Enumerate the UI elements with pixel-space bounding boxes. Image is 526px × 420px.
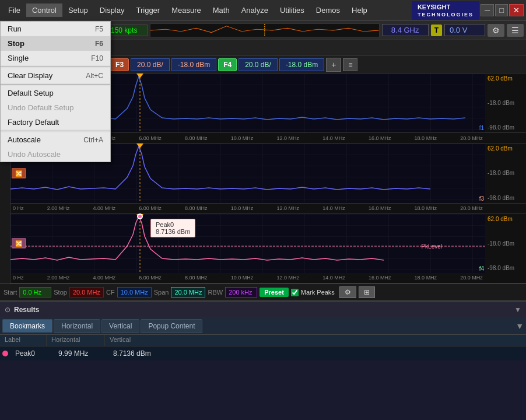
chart1-top-label: 62.0 dBm [488,75,524,82]
maximize-button[interactable]: □ [495,4,508,16]
run-item-label: Run [8,24,22,33]
menu-file[interactable]: File [2,4,26,17]
popup-content-tab[interactable]: Popup Content [141,319,202,333]
menu-setup[interactable]: Setup [62,4,94,17]
menu-run-item[interactable]: Run F5 [1,22,110,36]
x2-7: 14.0 MHz [322,205,345,211]
chart3-top-label: 62.0 dBm [488,216,524,222]
add-channel-button[interactable]: + [326,58,341,72]
x2-10: 20.0 MHz [460,205,483,211]
chart3-svg [10,214,485,273]
rbw-field[interactable]: 200 kHz [225,287,257,298]
chart3-fn: f4 [479,265,484,272]
bookmarks-bar: Bookmarks Horizontal Vertical Popup Cont… [0,317,526,335]
peak-dot [137,214,143,219]
chart2-mid-label: -18.0 dBm [488,170,524,176]
x2-right-spacer [485,204,526,214]
menu-measure[interactable]: Measure [166,4,207,17]
trigger-button[interactable]: T [431,24,442,36]
span-field[interactable]: 20.0 MHz [171,287,205,298]
menu-display[interactable]: Display [94,4,131,17]
menu-demos[interactable]: Demos [310,4,346,17]
memory-field: 150 kpts [107,24,148,36]
bookmarks-arrow[interactable]: ▼ [516,321,524,331]
f3-button[interactable]: F3 [110,58,129,71]
x1-3: 6.00 MHz [139,135,162,141]
menu-icon[interactable]: ☰ [507,24,524,37]
menu-autoscale-item[interactable]: Autoscale Ctrl+A [1,132,110,147]
minimize-button[interactable]: ─ [481,4,494,16]
preset-button[interactable]: Preset [260,288,289,297]
x2-4: 8.00 MHz [185,205,208,211]
menu-single-item[interactable]: Single F10 [1,51,110,65]
chart2-marker [136,144,143,148]
menu-help[interactable]: Help [346,4,373,17]
control-dropdown: Run F5 Stop F6 Single F10 Clear Display … [0,21,111,162]
menu-stop-item[interactable]: Stop F6 [1,36,110,51]
chart1-bot-label: -98.0 dBm [488,124,524,131]
close-button[interactable]: ✕ [509,4,524,16]
chart1-mid-label: -18.0 dBm [488,100,524,106]
x3-0: 0 Hz [13,275,24,281]
dropdown-menu: Run F5 Stop F6 Single F10 Clear Display … [0,21,111,162]
chart2-fn: f3 [479,195,484,202]
factory-default-label: Factory Default [8,118,59,127]
x2-2: 4.00 MHz [93,205,115,211]
menu-clear-item[interactable]: Clear Display Alt+C [1,68,110,83]
menu-undo-autoscale-item[interactable]: Undo Autoscale [1,147,110,162]
toolbar-icons: ⚙ ☰ [488,24,524,37]
x3-5: 10.0 MHz [231,275,254,281]
peak-tooltip: Peak0 8.7136 dBm [150,219,195,237]
chart3-bot-label: -98.0 dBm [488,265,524,271]
chart2-right-labels: 62.0 dBm -18.0 dBm -98.0 dBm [485,144,526,202]
x3-6: 12.0 MHz [276,275,299,281]
dd-sep3 [1,131,110,131]
svg-rect-5 [10,214,485,273]
gear-button[interactable]: ⚙ [339,286,356,298]
autoscale-key: Ctrl+A [83,136,103,144]
chart3-row: 🔀 Peak0 8.7136 dBm [10,214,526,273]
x2-5: 10.0 MHz [231,205,254,211]
chart2-channel-btn[interactable]: 🔀 [12,168,26,178]
chart1-marker [136,74,143,78]
chart3-panel: Peak0 8.7136 dBm PkLevel [10,214,485,273]
horizontal-tab[interactable]: Horizontal [54,319,100,333]
start-field[interactable]: 0.0 Hz [19,287,51,298]
menu-trigger[interactable]: Trigger [130,4,166,17]
chart3-channel-btn[interactable]: 🔀 [12,239,26,249]
x1-8: 16.0 MHz [369,135,391,141]
menu-math[interactable]: Math [207,4,236,17]
bookmarks-tab[interactable]: Bookmarks [2,319,52,332]
bookmarks-header: Label Horizontal Vertical [0,335,526,346]
mark-peaks-checkbox[interactable] [291,289,299,296]
menu-control[interactable]: Control [26,4,62,17]
menu-factory-default-item[interactable]: Factory Default [1,115,110,130]
x2-6: 12.0 MHz [276,205,299,211]
menubar-left: File Control Setup Display Trigger Measu… [2,4,373,17]
window-button[interactable]: ⊞ [359,286,375,298]
x1-6: 12.0 MHz [276,135,299,141]
x3-9: 18.0 MHz [415,275,437,281]
keysight-logo: KEYSIGHTTECHNOLOGIES [412,1,479,20]
x3-right-spacer [485,273,526,283]
x2-3: 6.00 MHz [139,205,162,211]
chart2-top-label: 62.0 dBm [488,145,524,152]
vertical-tab[interactable]: Vertical [101,319,139,333]
menu-utilities[interactable]: Utilities [274,4,310,17]
results-label: Results [14,306,39,314]
f4-button[interactable]: F4 [218,58,237,71]
single-item-label: Single [8,54,29,62]
menu-analyze[interactable]: Analyze [236,4,274,17]
settings-icon[interactable]: ⚙ [488,24,504,37]
stop-item-key: F6 [95,40,103,48]
stop-field[interactable]: 20.0 MHz [69,287,104,298]
menu-default-setup-item[interactable]: Default Setup [1,86,110,100]
pk-level-label: PkLevel [421,243,442,250]
menu-undo-default-item[interactable]: Undo Default Setup [1,100,110,115]
x3-1: 2.00 MHz [47,275,70,281]
results-bar[interactable]: ⊙ Results ▼ [0,301,526,317]
default-setup-label: Default Setup [8,89,54,97]
bars-button[interactable]: ≡ [343,58,357,71]
cf-field[interactable]: 10.0 MHz [117,287,152,298]
results-chevron-icon: ▼ [514,306,521,314]
